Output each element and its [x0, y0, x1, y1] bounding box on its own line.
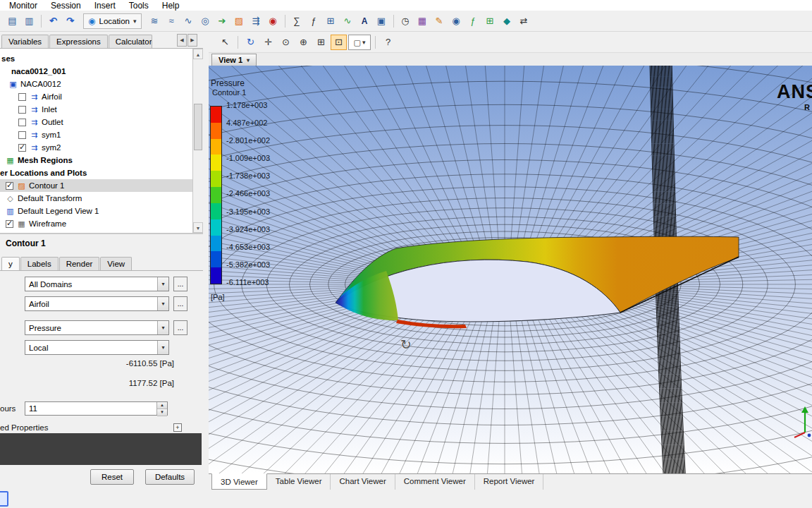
tree-scrollbar[interactable]: ▲ ▼	[192, 49, 203, 233]
tab-labels[interactable]: Labels	[20, 257, 59, 270]
menu-insert[interactable]: Insert	[94, 1, 116, 11]
tree-item-domain-naca0012[interactable]: ▣ NACA0012	[0, 78, 203, 90]
tree-item-default-legend[interactable]: ▥ Default Legend View 1	[0, 205, 203, 217]
point-icon[interactable]: ◎	[197, 13, 214, 29]
turbo-icon[interactable]: ◆	[499, 13, 515, 29]
scroll-down-icon[interactable]: ▼	[193, 222, 203, 233]
tree-item-wireframe[interactable]: ▦ Wireframe	[0, 217, 203, 230]
menu-monitor[interactable]: Monitor	[9, 1, 37, 11]
expand-icon[interactable]: +	[173, 423, 182, 432]
tree-item-sym2[interactable]: ⇉ sym2	[0, 141, 203, 154]
menu-tools[interactable]: Tools	[129, 1, 149, 11]
macro-calculator-icon[interactable]: ƒ	[465, 13, 481, 29]
tree-item-user-locations[interactable]: er Locations and Plots	[0, 167, 203, 179]
spin-up-icon[interactable]: ▲	[157, 402, 167, 409]
tree-item-cases[interactable]: ses	[0, 52, 203, 65]
tab-3d-viewer[interactable]: 3D Viewer	[211, 473, 267, 490]
session-page-icon[interactable]: ▤	[4, 13, 20, 29]
tree-item-default-transform[interactable]: ◇ Default Transform	[0, 192, 203, 205]
viewer-options-icon[interactable]: ?	[380, 35, 396, 50]
tree-item-sym1[interactable]: ⇉ sym1	[0, 128, 203, 141]
details-title: Contour 1	[0, 234, 203, 252]
tab-expressions[interactable]: Expressions	[49, 35, 108, 48]
undo-icon[interactable]: ↶	[45, 13, 61, 29]
checkbox[interactable]	[6, 182, 13, 190]
fit-view-tool-icon[interactable]: ⊡	[331, 35, 347, 50]
tab-calculator[interactable]: Calculator	[109, 35, 152, 48]
tab-scroll-left-icon[interactable]: ◀	[177, 34, 187, 47]
zoom-in-tool-icon[interactable]: ⊕	[295, 35, 312, 50]
tab-scroll-right-icon[interactable]: ▶	[187, 34, 197, 47]
location-dropdown[interactable]: ◉ Location ▾	[83, 13, 142, 29]
tab-render[interactable]: Render	[59, 257, 100, 270]
probe-tool-icon[interactable]: ◉	[448, 13, 465, 29]
apply-button[interactable]	[0, 491, 8, 507]
checkbox[interactable]	[18, 106, 26, 114]
tree-item-inlet[interactable]: ⇉ Inlet	[0, 103, 203, 116]
variable-select[interactable]: Pressure ▾	[25, 320, 169, 335]
slice-plane-icon[interactable]: ≋	[147, 13, 163, 29]
zoom-box-tool-icon[interactable]: ⊞	[313, 35, 329, 50]
chart-icon[interactable]: ∿	[340, 13, 356, 29]
tree-item-mesh-regions[interactable]: ▦ Mesh Regions	[0, 154, 203, 167]
contours-stepper[interactable]: ▲ ▼	[25, 401, 168, 416]
checkbox[interactable]	[18, 144, 26, 152]
animation-icon[interactable]: ▦	[414, 13, 431, 29]
locations-select[interactable]: Airfoil ▾	[25, 296, 169, 311]
tree-item-outlet[interactable]: ⇉ Outlet	[0, 116, 203, 128]
contours-input[interactable]	[25, 402, 156, 415]
variable-more-button[interactable]: ...	[173, 320, 187, 335]
range-select[interactable]: Local ▾	[25, 340, 169, 355]
streamline-icon[interactable]: ∿	[180, 13, 197, 29]
probe-icon[interactable]: ◉	[265, 13, 281, 29]
tab-report-viewer[interactable]: Report Viewer	[475, 474, 544, 490]
pan-tool-icon[interactable]: ✛	[260, 35, 276, 50]
tab-view[interactable]: View	[100, 257, 132, 270]
menu-help[interactable]: Help	[162, 1, 180, 11]
tab-chart-viewer[interactable]: Chart Viewer	[331, 474, 395, 490]
compare-icon[interactable]: ⇄	[516, 13, 532, 29]
mesh-calculator-icon[interactable]: ⊞	[482, 13, 498, 29]
text-label-icon[interactable]: A	[357, 13, 373, 29]
isosurface-icon[interactable]: ≈	[164, 13, 180, 29]
session-page2-icon[interactable]: ▥	[21, 13, 37, 29]
locations-more-button[interactable]: ...	[173, 296, 187, 311]
particle-track-icon[interactable]: ⇶	[248, 13, 264, 29]
checkbox[interactable]	[18, 119, 26, 126]
rotate-tool-icon[interactable]: ↻	[242, 35, 259, 50]
checkbox[interactable]	[6, 220, 13, 228]
contour-icon[interactable]: ▨	[231, 13, 247, 29]
tab-table-viewer[interactable]: Table Viewer	[267, 474, 331, 490]
expression-icon[interactable]: ∑	[289, 13, 305, 29]
tree-item-label: Default Legend View 1	[18, 207, 99, 215]
projection-dropdown[interactable]: ▢ ▾	[348, 35, 371, 50]
tree-item-airfoil[interactable]: ⇉ Airfoil	[0, 90, 203, 103]
table-icon[interactable]: ⊞	[323, 13, 339, 29]
figure-icon[interactable]: ▣	[374, 13, 390, 29]
quick-editor-icon[interactable]: ✎	[431, 13, 448, 29]
select-tool-icon[interactable]: ↖	[217, 35, 233, 50]
checkbox[interactable]	[18, 93, 26, 101]
redo-icon[interactable]: ↷	[62, 13, 78, 29]
tab-geometry[interactable]: y	[1, 257, 20, 270]
spin-down-icon[interactable]: ▼	[157, 409, 167, 416]
3d-viewport[interactable]: Pressure Contour 1 1.178e+003 4.487e+002…	[209, 66, 812, 473]
vector-icon[interactable]: ➔	[214, 13, 230, 29]
scroll-up-icon[interactable]: ▲	[193, 49, 203, 59]
domains-select[interactable]: All Domains ▾	[25, 277, 169, 291]
menu-session[interactable]: Session	[51, 1, 81, 11]
tab-comment-viewer[interactable]: Comment Viewer	[395, 474, 475, 490]
reset-button[interactable]: Reset	[90, 469, 134, 485]
defaults-button[interactable]: Defaults	[145, 469, 195, 485]
domains-more-button[interactable]: ...	[173, 277, 187, 291]
location-icon: ◉	[88, 16, 95, 26]
view-1-tab[interactable]: View 1 ▾	[211, 54, 257, 66]
function-calculator-icon[interactable]: ƒ	[306, 13, 322, 29]
scrollbar-thumb[interactable]	[194, 104, 202, 150]
checkbox[interactable]	[18, 131, 26, 139]
timestep-icon[interactable]: ◷	[398, 13, 414, 29]
zoom-tool-icon[interactable]: ⊙	[278, 35, 294, 50]
tab-variables[interactable]: Variables	[1, 35, 49, 48]
tree-item-case-naca0012-001[interactable]: naca0012_001	[0, 65, 203, 78]
tree-item-contour-1[interactable]: ▨ Contour 1	[0, 179, 203, 192]
